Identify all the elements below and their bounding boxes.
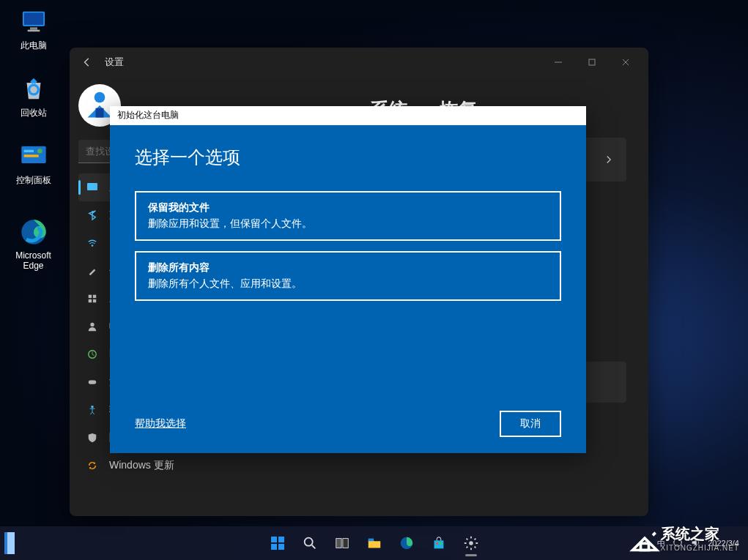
desktop-icon-label: 回收站 [6, 107, 61, 119]
sidebar-label: Windows 更新 [109, 459, 174, 472]
svg-rect-27 [271, 544, 277, 550]
svg-rect-35 [434, 540, 443, 548]
svg-rect-14 [87, 183, 97, 190]
svg-rect-16 [89, 295, 92, 298]
svg-rect-28 [278, 544, 284, 550]
watermark-sub: XITONGZHIJIA.NET [661, 544, 740, 552]
update-icon [86, 459, 99, 472]
minimize-button[interactable] [541, 51, 575, 74]
svg-point-20 [90, 323, 94, 326]
monitor-icon [18, 6, 49, 37]
svg-rect-11 [589, 59, 595, 65]
dialog-heading: 选择一个选项 [135, 146, 561, 169]
task-view-button[interactable] [327, 529, 357, 558]
svg-rect-31 [336, 539, 341, 548]
svg-rect-32 [342, 539, 347, 548]
svg-rect-2 [30, 27, 37, 29]
option-title: 删除所有内容 [148, 261, 548, 275]
svg-rect-3 [27, 30, 40, 32]
widgets-button[interactable] [4, 532, 15, 554]
svg-rect-19 [93, 299, 96, 302]
option-keep-files[interactable]: 保留我的文件 删除应用和设置，但保留个人文件。 [135, 191, 561, 241]
svg-rect-36 [436, 542, 438, 545]
svg-rect-33 [368, 539, 373, 542]
desktop-icon-label: Microsoft Edge [6, 250, 61, 271]
desktop-icon-control-panel[interactable]: 控制面板 [6, 141, 61, 187]
explorer-button[interactable] [360, 529, 389, 558]
watermark-brand: 系统之家 [661, 526, 719, 542]
svg-rect-17 [93, 295, 96, 298]
clock-icon [86, 348, 99, 361]
cancel-button[interactable]: 取消 [500, 411, 561, 437]
svg-rect-1 [23, 12, 43, 25]
svg-rect-37 [439, 542, 441, 545]
close-button[interactable] [609, 51, 643, 74]
svg-point-13 [95, 92, 105, 103]
shield-icon [86, 431, 99, 444]
apps-icon [86, 292, 99, 305]
svg-point-38 [469, 541, 473, 545]
house-icon [629, 522, 661, 554]
svg-point-23 [91, 406, 94, 408]
reset-pc-dialog: 初始化这台电脑 选择一个选项 保留我的文件 删除应用和设置，但保留个人文件。 删… [110, 106, 586, 453]
svg-line-30 [311, 545, 315, 549]
edge-icon [18, 217, 49, 247]
chevron-right-icon [604, 155, 613, 164]
svg-rect-26 [278, 537, 284, 542]
svg-point-8 [37, 149, 42, 154]
bluetooth-icon [86, 209, 99, 222]
svg-rect-22 [89, 380, 97, 384]
desktop-icon-label: 控制面板 [6, 174, 61, 187]
start-button[interactable] [263, 529, 292, 558]
sidebar-item-update[interactable]: Windows 更新 [78, 452, 273, 479]
window-title: 设置 [105, 56, 124, 69]
brush-icon [86, 264, 99, 277]
desktop-icon-recycle-bin[interactable]: 回收站 [6, 73, 61, 119]
desktop-icon-this-pc[interactable]: 此电脑 [6, 6, 61, 52]
svg-point-29 [304, 538, 312, 546]
desktop-icon-edge[interactable]: Microsoft Edge [6, 217, 61, 271]
option-title: 保留我的文件 [148, 201, 548, 214]
help-link[interactable]: 帮助我选择 [135, 417, 186, 430]
gamepad-icon [86, 376, 99, 389]
svg-rect-18 [89, 299, 92, 302]
svg-rect-6 [23, 150, 33, 152]
settings-taskbar-button[interactable] [456, 529, 486, 558]
dialog-titlebar: 初始化这台电脑 [110, 106, 586, 125]
accessibility-icon [86, 403, 99, 417]
svg-point-15 [92, 244, 94, 247]
option-desc: 删除所有个人文件、应用和设置。 [148, 277, 548, 291]
person-icon [86, 320, 99, 333]
option-desc: 删除应用和设置，但保留个人文件。 [148, 217, 548, 231]
store-button[interactable] [424, 529, 453, 558]
desktop-icon-label: 此电脑 [6, 40, 61, 52]
svg-rect-40 [640, 543, 648, 550]
recycle-bin-icon [18, 73, 49, 104]
search-button[interactable] [295, 529, 325, 558]
maximize-button[interactable] [575, 51, 609, 74]
svg-rect-7 [23, 154, 38, 157]
control-panel-icon [18, 141, 49, 171]
wifi-icon [86, 236, 99, 250]
titlebar: 设置 [70, 48, 648, 77]
edge-taskbar-button[interactable] [392, 529, 421, 558]
watermark: 系统之家 XITONGZHIJIA.NET [629, 522, 740, 554]
option-remove-everything[interactable]: 删除所有内容 删除所有个人文件、应用和设置。 [135, 251, 561, 301]
back-button[interactable] [75, 51, 99, 74]
svg-rect-12 [96, 108, 104, 118]
display-icon [86, 181, 99, 194]
svg-rect-25 [271, 537, 277, 542]
